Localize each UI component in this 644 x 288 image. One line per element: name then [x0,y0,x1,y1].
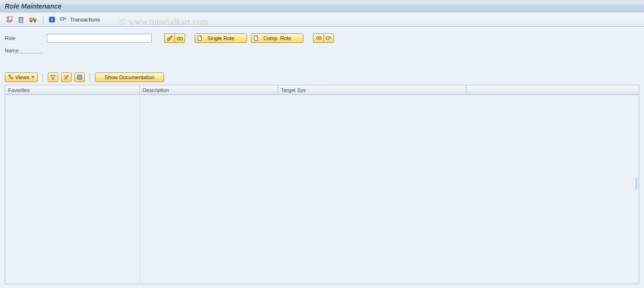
svg-point-9 [34,21,36,22]
filter-button[interactable] [48,72,58,82]
name-underline [14,47,43,53]
views-button[interactable]: Views [5,72,38,82]
show-documentation-button[interactable]: Show Documentation [95,72,164,82]
filter-clear-icon [63,74,69,80]
edit-button[interactable] [164,33,175,43]
svg-rect-23 [9,75,10,76]
export-icon [326,35,332,41]
svg-rect-1 [9,16,12,21]
column-header-target-sys[interactable]: Target Sys [278,85,467,94]
table-body [5,95,639,284]
tree-icon [8,74,14,80]
glasses-icon [177,35,183,41]
favorites-table: Favorites Description Target Sys [5,85,639,284]
svg-point-19 [319,37,321,40]
comp-role-button[interactable]: Comp. Role [251,33,303,43]
toolbar-separator [43,15,43,24]
edit-display-pair [164,33,185,43]
table-body-rest [140,95,639,284]
binoculars-icon [316,35,322,41]
scrollbar-handle[interactable] [635,178,637,190]
document-icon [197,35,202,41]
table-header: Favorites Description Target Sys [5,85,639,95]
svg-point-14 [180,37,183,40]
views-label: Views [15,74,29,80]
delete-icon[interactable] [16,15,26,24]
single-role-button[interactable]: Single Role [195,33,247,43]
title-bar: Role Maintenance [0,0,644,12]
single-role-label: Single Role [208,35,234,41]
svg-rect-12 [61,18,63,20]
toolbar-separator [42,73,43,82]
svg-rect-22 [326,37,329,39]
role-label: Role [5,35,43,41]
svg-point-18 [316,37,319,40]
transactions-icon[interactable] [59,15,68,24]
page-title: Role Maintenance [5,2,62,10]
svg-text:i: i [51,17,52,22]
splitter-handle[interactable]: ∙ ∙ ∙ ∙ ∙ [316,80,328,83]
svg-line-25 [64,75,68,79]
info-icon[interactable]: i [47,15,57,24]
filter-icon [50,74,56,80]
copy-icon[interactable] [5,15,14,24]
column-header-favorites[interactable]: Favorites [5,85,140,94]
globe-icon [77,74,83,80]
svg-point-8 [30,21,32,22]
role-input[interactable] [47,34,152,42]
svg-rect-6 [30,18,34,21]
transport-icon[interactable] [28,15,39,24]
table-body-favorites-column [5,95,140,284]
role-row: Role Single Role Comp. Role [5,32,639,44]
svg-rect-7 [34,19,36,21]
show-documentation-label: Show Documentation [104,74,155,80]
application-toolbar: i Transactions [0,12,644,27]
search-button[interactable] [313,33,323,43]
comp-role-label: Comp. Role [263,35,291,41]
export-button[interactable] [323,33,334,43]
pencil-icon [167,35,173,41]
refresh-button[interactable] [74,72,85,82]
dropdown-caret-icon [31,76,34,79]
form-area: Role Single Role Comp. Role [0,27,644,61]
name-row: Name [5,45,639,56]
svg-rect-24 [11,77,13,79]
column-header-description[interactable]: Description [140,85,278,94]
svg-rect-2 [19,18,23,22]
transactions-label[interactable]: Transactions [70,17,100,22]
document-icon [254,35,259,41]
search-export-pair [313,33,334,43]
toolbar-separator [90,73,90,82]
filter-delete-button[interactable] [61,72,72,82]
display-button[interactable] [175,33,185,43]
column-header-blank [467,85,639,94]
svg-point-13 [177,37,180,40]
